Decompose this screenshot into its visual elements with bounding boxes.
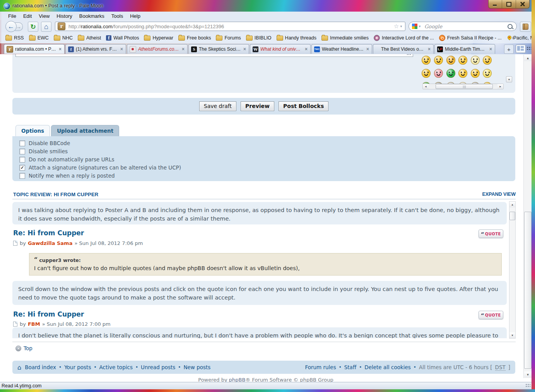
- post-title-link[interactable]: Re: Hi from Cupper: [13, 229, 84, 237]
- bookmarks-sidebar-button[interactable]: [520, 22, 531, 32]
- smiley-shocked[interactable]: [422, 56, 431, 65]
- url-dropdown-icon[interactable]: ▼: [400, 25, 403, 28]
- bookmark-fresh-salsa[interactable]: Fresh Salsa II Recipe - ...: [439, 35, 502, 41]
- save-draft-button[interactable]: Save draft: [199, 101, 236, 111]
- smiley-confused[interactable]: [446, 56, 455, 65]
- bookmark-pacific-mo[interactable]: Pacific, MO to Johnso...: [507, 35, 535, 41]
- search-magnifier-icon[interactable]: [508, 24, 513, 29]
- quote-button[interactable]: “ QUOTE: [479, 229, 503, 238]
- smiley-eek[interactable]: [434, 56, 443, 65]
- smiley-evil[interactable]: [458, 69, 467, 78]
- smilies-horizontal-scrollbar[interactable]: ◄ ►: [422, 84, 504, 89]
- tab-close-icon[interactable]: ×: [489, 46, 492, 52]
- checkbox-notify-reply[interactable]: [19, 173, 25, 179]
- bookmark-wall-photos[interactable]: fWall Photos: [106, 35, 139, 41]
- active-topics-link[interactable]: Active topics: [99, 364, 133, 370]
- smiley-blushing[interactable]: [434, 69, 443, 78]
- search-input[interactable]: [424, 23, 508, 30]
- topic-review-scrollbar[interactable]: ▲ ▼: [509, 201, 516, 339]
- smiley-yawning[interactable]: [422, 69, 431, 78]
- bookmark-rss[interactable]: RSS: [5, 35, 24, 41]
- bookmark-free-books[interactable]: Free books: [178, 35, 211, 41]
- checkbox-disable-smilies[interactable]: [19, 149, 25, 154]
- message-textarea-bottom-edge[interactable]: [15, 54, 413, 57]
- url-text[interactable]: http://rationalia.com/forum/posting.php?…: [68, 24, 391, 29]
- smilies-scroll-down-button[interactable]: ▼: [506, 76, 512, 82]
- search-engine-dropdown-icon[interactable]: ▼: [418, 25, 421, 28]
- browser-vertical-scrollbar[interactable]: ▲ ▼: [523, 55, 532, 378]
- forum-rules-link[interactable]: Forum rules: [305, 364, 336, 370]
- tab-skeptics-society[interactable]: S The Skeptics Society... ×: [188, 44, 249, 54]
- tab-close-icon[interactable]: ×: [427, 46, 431, 52]
- bookmark-atheist[interactable]: Atheist: [78, 35, 101, 41]
- checkbox-attach-signature[interactable]: ✓: [19, 165, 25, 171]
- tab-atheistforums[interactable]: AtheistForums.com •... ×: [127, 44, 188, 54]
- tab-close-icon[interactable]: ×: [366, 46, 369, 52]
- tab-close-icon[interactable]: ×: [243, 46, 246, 52]
- scrollbar-thumb[interactable]: [524, 212, 532, 369]
- bookmark-ibiblio[interactable]: IBIBLIO: [246, 35, 272, 41]
- home-button[interactable]: ⌂: [41, 22, 51, 32]
- bookmark-forums[interactable]: Forums: [216, 35, 241, 41]
- scrollbar-thumb[interactable]: [509, 212, 515, 220]
- tab-best-videos[interactable]: The Best Videos on E... ×: [373, 44, 434, 54]
- tab-facebook-atheism[interactable]: f (1) Atheism vrs. Fun... ×: [65, 44, 126, 54]
- smiley-rolleyes[interactable]: [483, 69, 492, 78]
- checkbox-disable-bbcode[interactable]: [19, 140, 25, 146]
- preview-button[interactable]: Preview: [241, 101, 274, 111]
- staff-link[interactable]: Staff: [344, 364, 356, 370]
- tab-options[interactable]: Options: [15, 125, 50, 136]
- minimize-button[interactable]: [489, 0, 502, 8]
- tab-close-icon[interactable]: ×: [304, 46, 308, 52]
- menu-history[interactable]: History: [53, 12, 75, 20]
- tab-middle-earth[interactable]: LP Middle-Earth Timeli... ×: [434, 44, 495, 54]
- scroll-up-icon[interactable]: ▲: [524, 55, 532, 61]
- tab-upload-attachment[interactable]: Upload attachment: [51, 125, 119, 136]
- smiley-neutral[interactable]: [471, 56, 480, 65]
- menu-bookmarks[interactable]: Bookmarks: [76, 12, 108, 20]
- smiley-screaming[interactable]: [446, 69, 455, 78]
- smiley-cool[interactable]: [458, 56, 467, 65]
- tab-close-icon[interactable]: ×: [58, 46, 62, 52]
- post-author-link[interactable]: Gawdzilla Sama: [28, 240, 72, 246]
- bookmark-ewc[interactable]: EWC: [29, 35, 49, 41]
- tab-close-icon[interactable]: ×: [120, 46, 123, 52]
- bookmarks-overflow-chevron[interactable]: »: [512, 34, 515, 41]
- smiley-laughing[interactable]: [483, 56, 492, 65]
- expand-view-link[interactable]: EXPAND VIEW: [482, 192, 516, 197]
- quote-button[interactable]: “ QUOTE: [479, 311, 503, 319]
- post-author-link[interactable]: FBM: [28, 321, 40, 327]
- board-index-link[interactable]: Board index: [25, 364, 56, 370]
- close-button[interactable]: [516, 0, 529, 8]
- scrollbar-thumb[interactable]: [436, 84, 493, 89]
- new-posts-link[interactable]: New posts: [183, 364, 210, 370]
- scroll-down-icon[interactable]: ▼: [509, 332, 515, 338]
- search-box[interactable]: ▼: [409, 22, 517, 31]
- all-tabs-button[interactable]: [526, 46, 531, 50]
- bookmark-immediate-smilies[interactable]: Immediate smilies: [321, 35, 369, 41]
- scroll-down-icon[interactable]: ▼: [524, 371, 532, 378]
- url-bar[interactable]: r http://rationalia.com/forum/posting.ph…: [55, 22, 405, 31]
- scroll-up-icon[interactable]: ▲: [509, 202, 515, 207]
- tab-rationalia[interactable]: r rationalia.com • Pos... ×: [4, 44, 65, 54]
- unread-posts-link[interactable]: Unread posts: [141, 364, 175, 370]
- tab-what-kind-of-universe[interactable]: W What kind of univers... ×: [250, 44, 311, 54]
- bookmark-nhc[interactable]: NHC: [54, 35, 73, 41]
- delete-cookies-link[interactable]: Delete all cookies: [364, 364, 411, 370]
- bookmark-star-icon[interactable]: ☆: [394, 23, 399, 30]
- new-tab-button[interactable]: +: [504, 45, 514, 54]
- reload-button[interactable]: ↻: [28, 22, 38, 32]
- menu-help[interactable]: Help: [126, 12, 144, 20]
- tab-groups-button[interactable]: [516, 45, 526, 53]
- menu-edit[interactable]: Edit: [20, 12, 35, 20]
- your-posts-link[interactable]: Your posts: [64, 364, 91, 370]
- post-title-link[interactable]: Re: Hi from Cupper: [13, 310, 84, 318]
- phpbb-link[interactable]: phpBB: [229, 377, 246, 382]
- topic-review-scroll-area[interactable]: I was talking about replying to Poster A…: [12, 201, 507, 338]
- back-button[interactable]: ←: [5, 21, 17, 32]
- menu-view[interactable]: View: [35, 12, 53, 20]
- post-submit-button[interactable]: Post Bollocks: [279, 101, 328, 111]
- bookmark-handy-threads[interactable]: Handy threads: [277, 35, 316, 41]
- dst-link[interactable]: DST: [495, 364, 506, 371]
- textarea-resize-grip[interactable]: [407, 54, 411, 56]
